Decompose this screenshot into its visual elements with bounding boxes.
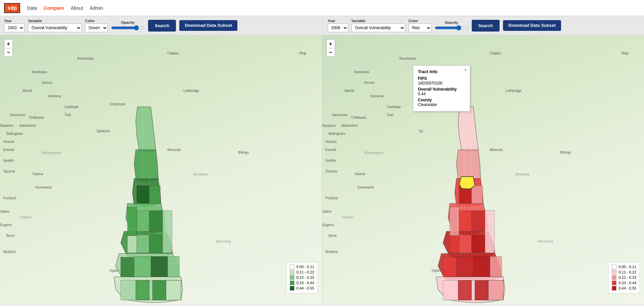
right-legend: 0.00 - 0.11 0.11 - 0.22 0.22 - 0.33 0.33… bbox=[608, 262, 640, 294]
svg-rect-55 bbox=[450, 207, 459, 236]
left-zoom-controls: + − bbox=[4, 39, 13, 57]
popup-vulnerability-value: 0.44 bbox=[418, 92, 465, 96]
svg-rect-30 bbox=[152, 280, 166, 300]
svg-rect-56 bbox=[473, 256, 490, 277]
svg-rect-23 bbox=[127, 207, 137, 236]
left-download-button[interactable]: Download Data Subset bbox=[179, 20, 237, 31]
nav-data[interactable]: Data bbox=[27, 5, 37, 11]
maps-container: Calgary Revelstoke Kamloops Vernon Merri… bbox=[0, 35, 644, 304]
svg-marker-32 bbox=[458, 107, 478, 151]
left-legend-swatch-5 bbox=[290, 286, 294, 291]
left-legend-item-2: 0.11 - 0.22 bbox=[290, 270, 314, 274]
tract-info-popup[interactable]: × Tract Info FIPS 16035970100 Overall Vu… bbox=[413, 65, 470, 111]
right-variable-label: Variable bbox=[352, 19, 405, 23]
svg-rect-15 bbox=[137, 186, 149, 203]
right-zoom-controls: + − bbox=[326, 39, 335, 57]
left-color-select[interactable]: GreenRedBlue bbox=[85, 23, 108, 32]
left-variable-select[interactable]: Overall VulnerabilitySocialEconomic bbox=[28, 23, 82, 32]
left-legend-swatch-2 bbox=[290, 270, 294, 274]
right-legend-item-4: 0.33 - 0.44 bbox=[612, 280, 636, 285]
left-map-background: Calgary Revelstoke Kamloops Vernon Merri… bbox=[0, 35, 322, 304]
logo[interactable]: sdp bbox=[4, 3, 20, 13]
left-legend-item-1: 0.00 - 0.11 bbox=[290, 264, 314, 269]
svg-rect-58 bbox=[443, 257, 456, 277]
svg-rect-57 bbox=[456, 256, 473, 277]
svg-rect-52 bbox=[471, 235, 485, 253]
right-legend-swatch-3 bbox=[612, 275, 616, 280]
svg-rect-49 bbox=[459, 211, 471, 232]
right-zoom-out[interactable]: − bbox=[326, 48, 335, 57]
right-variable-select[interactable]: Overall VulnerabilitySocialEconomic bbox=[352, 23, 405, 32]
popup-title: Tract Info bbox=[418, 69, 465, 74]
svg-rect-61 bbox=[458, 280, 471, 300]
left-zoom-out[interactable]: − bbox=[4, 48, 13, 57]
right-color-select[interactable]: GreenRedBlue bbox=[409, 23, 431, 32]
right-year-group: Year 200320042005 200620072008 bbox=[328, 19, 348, 32]
svg-rect-16 bbox=[149, 186, 160, 203]
right-map-panel[interactable]: Calgary Revelstoke Kamloops Vernon Merri… bbox=[322, 35, 644, 304]
svg-rect-27 bbox=[168, 256, 179, 277]
left-year-label: Year bbox=[4, 19, 25, 23]
svg-rect-59 bbox=[490, 256, 502, 277]
right-map-background: Calgary Revelstoke Kamloops Vernon Merri… bbox=[322, 35, 644, 304]
svg-rect-50 bbox=[471, 211, 485, 232]
svg-rect-51 bbox=[459, 235, 471, 253]
svg-marker-64 bbox=[459, 176, 475, 189]
svg-rect-31 bbox=[166, 280, 181, 300]
svg-rect-21 bbox=[163, 211, 172, 253]
svg-rect-26 bbox=[121, 257, 134, 277]
svg-rect-17 bbox=[137, 211, 149, 232]
left-map-panel[interactable]: Calgary Revelstoke Kamloops Vernon Merri… bbox=[0, 35, 322, 304]
svg-rect-54 bbox=[450, 236, 459, 253]
right-search-button[interactable]: Search bbox=[472, 20, 500, 32]
left-legend: 0.00 - 0.11 0.11 - 0.22 0.22 - 0.33 0.33… bbox=[286, 262, 318, 294]
popup-county-label: County bbox=[418, 98, 465, 102]
nav-about[interactable]: About bbox=[71, 5, 83, 11]
left-search-button[interactable]: Search bbox=[148, 20, 176, 32]
svg-rect-19 bbox=[137, 235, 149, 253]
svg-rect-48 bbox=[471, 186, 482, 203]
left-legend-swatch-3 bbox=[290, 275, 294, 280]
right-variable-group: Variable Overall VulnerabilitySocialEcon… bbox=[352, 19, 405, 32]
left-color-label: Color bbox=[85, 19, 108, 23]
nav-compare[interactable]: Compare bbox=[44, 5, 64, 11]
svg-rect-18 bbox=[149, 211, 163, 232]
svg-rect-63 bbox=[488, 280, 503, 300]
left-year-group: Year 200320042005 200620072008 bbox=[4, 19, 25, 32]
left-legend-swatch-1 bbox=[290, 264, 294, 269]
popup-close-button[interactable]: × bbox=[464, 67, 467, 72]
right-map-svg bbox=[322, 35, 644, 304]
left-opacity-slider[interactable] bbox=[111, 25, 145, 31]
nav-admin[interactable]: Admin bbox=[90, 5, 103, 11]
right-legend-swatch-1 bbox=[612, 264, 616, 269]
svg-rect-20 bbox=[149, 235, 163, 253]
svg-marker-0 bbox=[136, 107, 156, 151]
right-legend-item-5: 0.44 - 0.55 bbox=[612, 286, 636, 291]
left-year-select[interactable]: 200320042005 200620072008 bbox=[4, 23, 25, 32]
left-legend-item-4: 0.33 - 0.44 bbox=[290, 280, 314, 285]
right-download-button[interactable]: Download Data Subset bbox=[503, 20, 561, 31]
left-map-svg bbox=[0, 35, 322, 304]
right-opacity-slider[interactable] bbox=[435, 25, 468, 31]
toolbar: Year 200320042005 200620072008 Variable … bbox=[0, 16, 644, 35]
left-zoom-in[interactable]: + bbox=[4, 39, 13, 48]
right-legend-swatch-2 bbox=[612, 270, 616, 274]
right-year-select[interactable]: 200320042005 200620072008 bbox=[328, 23, 348, 32]
right-legend-item-1: 0.00 - 0.11 bbox=[612, 264, 636, 269]
left-variable-label: Variable bbox=[28, 19, 82, 23]
svg-marker-1 bbox=[134, 150, 158, 182]
popup-county-value: Clearwater bbox=[418, 102, 465, 107]
right-legend-item-3: 0.22 - 0.33 bbox=[612, 275, 636, 280]
right-legend-swatch-4 bbox=[612, 280, 616, 285]
left-opacity-label: Opacity bbox=[121, 20, 135, 24]
popup-fips-label: FIPS bbox=[418, 76, 465, 81]
left-toolbar: Year 200320042005 200620072008 Variable … bbox=[4, 19, 317, 32]
right-zoom-in[interactable]: + bbox=[326, 39, 335, 48]
left-color-group: Color GreenRedBlue bbox=[85, 19, 108, 32]
right-opacity-label: Opacity bbox=[445, 20, 458, 24]
svg-rect-53 bbox=[485, 211, 494, 253]
right-legend-item-2: 0.11 - 0.22 bbox=[612, 270, 636, 274]
svg-rect-29 bbox=[136, 280, 149, 300]
right-opacity-group: Opacity bbox=[435, 20, 468, 31]
svg-rect-62 bbox=[475, 280, 488, 300]
